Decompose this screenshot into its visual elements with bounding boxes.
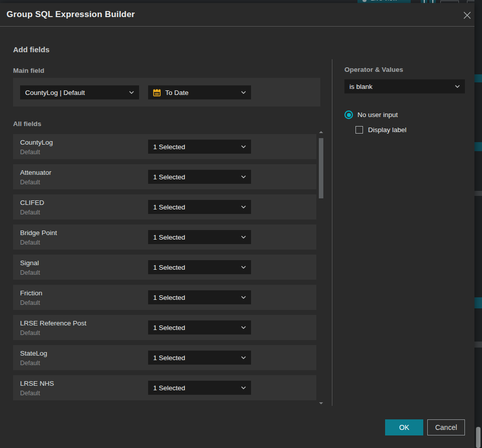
live-view-label: Live view xyxy=(371,0,397,2)
field-name: Bridge Point xyxy=(20,229,57,237)
all-fields-list: CountyLog Default 1 Selected Attenuator … xyxy=(13,134,316,405)
field-subtitle: Default xyxy=(20,239,40,246)
field-subtitle: Default xyxy=(20,329,40,337)
chevron-down-icon xyxy=(241,175,246,178)
checkbox-unchecked-icon xyxy=(355,126,363,134)
field-selected-dropdown[interactable]: 1 Selected xyxy=(148,230,251,244)
field-selected-dropdown[interactable]: 1 Selected xyxy=(148,320,251,334)
field-name: Signal xyxy=(20,259,39,267)
main-field-select-value: CountyLog | Default xyxy=(25,89,125,96)
field-selected-value: 1 Selected xyxy=(153,143,237,151)
display-label-checkbox[interactable]: Display label xyxy=(355,126,407,134)
background-element xyxy=(474,74,482,82)
field-selected-value: 1 Selected xyxy=(153,354,237,362)
background-app-right-strip xyxy=(474,0,482,448)
field-selected-value: 1 Selected xyxy=(153,324,237,331)
display-label-label: Display label xyxy=(368,126,407,134)
dialog-titlebar: Group SQL Expression Builder xyxy=(0,3,474,27)
operator-select-value: is blank xyxy=(349,83,451,90)
field-name: LRSE NHS xyxy=(20,380,54,387)
date-type-select-value: To Date xyxy=(165,89,237,96)
add-fields-heading: Add fields xyxy=(13,45,50,54)
chevron-down-icon xyxy=(241,296,246,299)
chevron-down-icon xyxy=(129,91,134,94)
dialog-title: Group SQL Expression Builder xyxy=(7,10,135,20)
chevron-down-icon xyxy=(455,85,460,88)
field-name: CLIFED xyxy=(20,199,44,206)
operator-values-heading: Operator & Values xyxy=(344,66,403,73)
live-view-dot-icon xyxy=(363,0,367,2)
field-list-item[interactable]: LRSE Reference Post Default 1 Selected xyxy=(13,315,316,340)
field-subtitle: Default xyxy=(20,179,40,186)
field-list-item[interactable]: CLIFED Default 1 Selected xyxy=(13,194,316,219)
field-selected-dropdown[interactable]: 1 Selected xyxy=(148,170,251,184)
chevron-down-icon xyxy=(241,145,246,148)
field-selected-value: 1 Selected xyxy=(153,203,237,211)
field-subtitle: Default xyxy=(20,360,40,367)
field-list-scrollbar[interactable] xyxy=(318,130,324,406)
field-name: LRSE Reference Post xyxy=(20,319,86,327)
all-fields-heading: All fields xyxy=(13,120,41,128)
group-sql-expression-builder-dialog: Group SQL Expression Builder Add fields … xyxy=(0,3,474,448)
field-selected-dropdown[interactable]: 1 Selected xyxy=(148,200,251,214)
field-name: StateLog xyxy=(20,350,47,357)
field-subtitle: Default xyxy=(20,149,40,156)
main-field-select[interactable]: CountyLog | Default xyxy=(20,85,139,99)
field-name: Attenuator xyxy=(20,169,51,176)
field-list-item[interactable]: CountyLog Default 1 Selected xyxy=(13,134,316,159)
chevron-down-icon xyxy=(241,205,246,208)
chevron-down-icon xyxy=(241,356,246,359)
field-selected-value: 1 Selected xyxy=(153,294,237,301)
chevron-down-icon xyxy=(241,91,246,94)
scroll-up-icon[interactable] xyxy=(318,130,324,135)
close-icon[interactable] xyxy=(461,9,473,21)
field-selected-dropdown[interactable]: 1 Selected xyxy=(148,381,251,395)
chevron-down-icon xyxy=(241,266,246,269)
field-name: Friction xyxy=(20,289,42,297)
field-name: CountyLog xyxy=(20,139,53,146)
no-user-input-radio[interactable]: No user input xyxy=(344,110,398,119)
field-selected-value: 1 Selected xyxy=(153,234,237,241)
background-scrollbar-thumb[interactable] xyxy=(476,427,480,448)
ok-button[interactable]: OK xyxy=(385,419,423,435)
field-selected-value: 1 Selected xyxy=(153,384,237,392)
field-list-item[interactable]: StateLog Default 1 Selected xyxy=(13,345,316,370)
panel-divider xyxy=(332,59,332,406)
no-user-input-label: No user input xyxy=(357,111,398,119)
field-list-item[interactable]: LRSE NHS Default 1 Selected xyxy=(13,375,316,400)
main-field-panel: CountyLog | Default To Date xyxy=(13,78,320,106)
field-selected-dropdown[interactable]: 1 Selected xyxy=(148,290,251,304)
main-field-heading: Main field xyxy=(13,67,44,74)
cancel-button[interactable]: Cancel xyxy=(427,419,465,435)
field-selected-dropdown[interactable]: 1 Selected xyxy=(148,140,251,154)
calendar-icon xyxy=(153,88,161,96)
background-element xyxy=(474,142,482,151)
chevron-down-icon xyxy=(241,326,246,329)
field-subtitle: Default xyxy=(20,209,40,216)
chevron-down-icon xyxy=(241,236,246,239)
field-selected-dropdown[interactable]: 1 Selected xyxy=(148,351,251,365)
field-subtitle: Default xyxy=(20,390,40,397)
background-element xyxy=(474,342,482,348)
field-subtitle: Default xyxy=(20,299,40,306)
operator-select[interactable]: is blank xyxy=(344,79,465,93)
scroll-down-icon[interactable] xyxy=(318,401,324,406)
field-list-item[interactable]: Signal Default 1 Selected xyxy=(13,255,316,280)
field-selected-value: 1 Selected xyxy=(153,264,237,271)
background-element xyxy=(474,297,482,308)
background-element xyxy=(474,191,482,196)
field-selected-value: 1 Selected xyxy=(153,173,237,181)
radio-selected-icon xyxy=(344,110,353,119)
field-list-item[interactable]: Bridge Point Default 1 Selected xyxy=(13,225,316,250)
field-list-item[interactable]: Friction Default 1 Selected xyxy=(13,285,316,310)
chevron-down-icon xyxy=(241,386,246,389)
scrollbar-thumb[interactable] xyxy=(319,138,323,198)
field-list-item[interactable]: Attenuator Default 1 Selected xyxy=(13,164,316,189)
date-type-select[interactable]: To Date xyxy=(148,85,251,99)
field-selected-dropdown[interactable]: 1 Selected xyxy=(148,260,251,274)
field-subtitle: Default xyxy=(20,269,40,276)
